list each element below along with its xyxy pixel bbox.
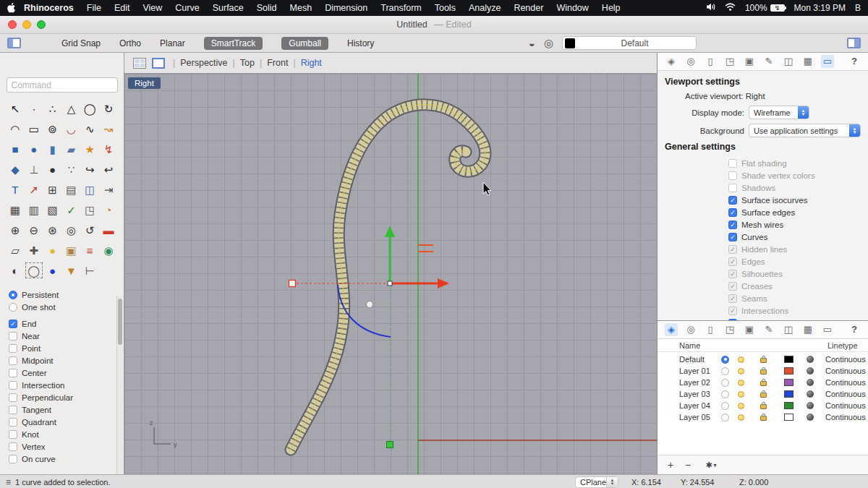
current-layer-radio[interactable] [721, 414, 729, 421]
option-mesh-wires[interactable]: ✓Mesh wires [728, 218, 861, 231]
menu-analyze[interactable]: Analyze [462, 3, 507, 13]
checkbox-midpoint[interactable] [9, 356, 17, 365]
toolbar-toggle-grid-snap[interactable]: Grid Snap [61, 38, 101, 48]
checkbox-silhouettes[interactable]: ✓ [728, 270, 737, 278]
apple-menu-icon[interactable] [7, 3, 16, 13]
volume-icon[interactable] [706, 3, 715, 13]
select-tool-icon[interactable]: ↖ [6, 100, 25, 117]
checkbox-center[interactable] [9, 369, 17, 377]
osnap-knot[interactable]: Knot [9, 428, 124, 440]
hatch-tool-icon[interactable]: ▧ [43, 201, 62, 218]
copy-tool-icon[interactable]: ▤ [62, 181, 81, 198]
background-dropdown[interactable]: Use application settings ▲▼ [749, 124, 861, 137]
layers-pages-panel-icon[interactable]: ◫ [782, 323, 795, 336]
menu-mesh[interactable]: Mesh [284, 3, 319, 13]
left-panel-toggle-icon[interactable] [7, 38, 21, 48]
option-intersections[interactable]: ✓Intersections [728, 304, 861, 317]
osnap-vertex[interactable]: Vertex [9, 440, 124, 453]
layers-display-panel-icon[interactable]: ▭ [821, 323, 834, 336]
lamp-tool-icon[interactable]: ● [43, 241, 62, 259]
right-panel-toggle-icon[interactable] [847, 38, 861, 48]
torus-tool-icon[interactable]: ● [43, 160, 62, 178]
ellipse-tool-icon[interactable]: ⊚ [43, 120, 62, 137]
wedge-tool-icon[interactable]: ◆ [6, 160, 25, 178]
vs-box-edit-panel-icon[interactable]: ◳ [723, 55, 736, 68]
toolbar-toggle-smarttrack[interactable]: SmartTrack [204, 37, 263, 50]
layer-color-swatch[interactable] [784, 390, 793, 398]
wifi-icon[interactable] [725, 3, 736, 13]
layers-box-edit-panel-icon[interactable]: ◳ [723, 323, 736, 336]
circle-tool-icon[interactable]: ◯ [80, 100, 99, 117]
current-layer-radio[interactable] [721, 367, 729, 375]
layer-color-swatch[interactable] [784, 367, 793, 374]
menu-render[interactable]: Render [507, 3, 550, 13]
layer-options-button[interactable]: ✱ ▾ [698, 458, 724, 471]
menu-clock[interactable]: Mon 3:19 PM [794, 3, 846, 13]
option-shadows[interactable]: Shadows [728, 181, 861, 194]
checkbox-seams[interactable]: ✓ [728, 294, 737, 303]
layer-lock-icon[interactable] [760, 358, 767, 363]
array-tool-icon[interactable]: ⊞ [43, 181, 62, 198]
menu-view[interactable]: View [136, 3, 169, 13]
osnap-perpendicular[interactable]: Perpendicular [9, 391, 124, 403]
current-layer-radio[interactable] [721, 390, 729, 398]
checkbox-surface-isocurves[interactable]: ✓ [728, 196, 737, 205]
option-surface-edges[interactable]: ✓Surface edges [728, 206, 861, 218]
grid-array-tool-icon[interactable]: ▦ [6, 201, 25, 218]
add-layer-button[interactable]: + [663, 458, 678, 471]
menu-curve[interactable]: Curve [169, 3, 205, 13]
pipe-object[interactable] [291, 105, 485, 450]
blue-sphere-tool-icon[interactable]: ● [43, 262, 62, 279]
battery-status[interactable]: 100% ↯ [745, 3, 785, 13]
checkbox-surface-edges[interactable]: ✓ [728, 208, 737, 217]
current-layer-radio[interactable] [721, 379, 729, 387]
option-flat-shading[interactable]: Flat shading [728, 157, 861, 169]
layer-color-swatch[interactable] [784, 402, 793, 409]
toolbar-toggle-gumball[interactable]: Gumball [281, 37, 328, 50]
option-curves[interactable]: ✓Curves [728, 231, 861, 243]
tab-top[interactable]: Top [237, 58, 258, 68]
scrollbar-thumb[interactable] [118, 299, 122, 345]
vs-pages-panel-icon[interactable]: ◫ [782, 55, 795, 68]
layer-visibility-icon[interactable] [738, 368, 744, 374]
layer-material-icon[interactable] [807, 390, 814, 398]
layer-lock-icon[interactable] [760, 369, 767, 374]
rebuild-tool-icon[interactable]: ↩ [99, 160, 118, 178]
worldmap-tool-icon[interactable]: ◉ [99, 241, 118, 259]
menu-transform[interactable]: Transform [374, 3, 428, 13]
tab-front[interactable]: Front [264, 58, 291, 68]
layers-notes-panel-icon[interactable]: ▯ [704, 323, 717, 336]
zoom-selected-tool-icon[interactable]: ◎ [62, 221, 81, 239]
menu-rhinoceros[interactable]: Rhinoceros [17, 3, 80, 13]
active-viewport-badge[interactable]: Right [128, 77, 161, 89]
gumball-center-handle[interactable] [388, 281, 392, 286]
menu-dimension[interactable]: Dimension [318, 3, 374, 13]
checkbox-end[interactable]: ✓ [9, 320, 17, 328]
undo-view-tool-icon[interactable]: ↺ [80, 221, 99, 239]
vs-camera-panel-icon[interactable]: ▣ [743, 55, 756, 68]
shade-tool-icon[interactable]: ◐ [6, 262, 25, 279]
linetype-column-header[interactable]: Linetype [827, 341, 858, 350]
linear-array-tool-icon[interactable]: ▥ [25, 201, 43, 218]
option-surface-isocurves[interactable]: ✓Surface isocurves [728, 194, 861, 206]
layer-state-tool-icon[interactable]: ≡ [80, 241, 99, 259]
selection-filter-icon[interactable]: ≡ [6, 477, 11, 487]
menu-help[interactable]: Help [595, 3, 627, 13]
menu-tools[interactable]: Tools [428, 3, 462, 13]
lock-tool-icon[interactable]: ▣ [62, 241, 81, 259]
explode-tool-icon[interactable]: ★ [80, 140, 99, 158]
arc-tool-icon[interactable]: ◠ [6, 120, 25, 137]
command-input[interactable] [7, 77, 118, 93]
menu-solid[interactable]: Solid [250, 3, 284, 13]
vs-help-icon[interactable]: ? [848, 55, 861, 68]
display-mode-dropdown[interactable]: Wireframe ▲▼ [749, 106, 809, 119]
offset-tool-icon[interactable]: ⇥ [99, 181, 118, 198]
layer-row-default[interactable]: DefaultContinuous [658, 354, 868, 365]
polyline-tool-icon[interactable]: △ [62, 100, 81, 117]
osnap-mode-one-shot[interactable]: One shot [9, 301, 124, 313]
scale-tool-icon[interactable]: ◳ [80, 201, 99, 218]
viewport-layout-icon[interactable] [133, 58, 146, 69]
pin-tool-icon[interactable]: ✚ [25, 241, 43, 259]
checkbox-flat-shading[interactable] [728, 159, 737, 168]
check-tool-icon[interactable]: ✓ [62, 201, 81, 218]
